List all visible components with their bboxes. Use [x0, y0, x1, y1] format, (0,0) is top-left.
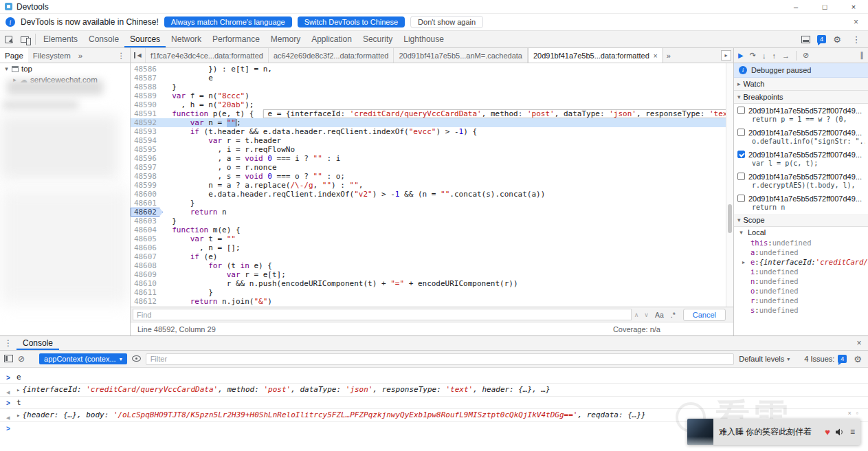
console-settings-gear-icon[interactable]: ⚙ — [852, 354, 864, 364]
breakpoint-entry[interactable]: 20d91bf41a7e5b5d572ff007d49...return p =… — [734, 104, 868, 126]
console-filter-input[interactable] — [146, 353, 735, 365]
editor-tab[interactable]: 20d91bf41a7e5b5...data:formatted× — [528, 48, 663, 63]
panel-tab-network[interactable]: Network — [166, 31, 207, 47]
step-out-icon[interactable]: ↑ — [772, 52, 776, 60]
breakpoint-checkbox[interactable] — [737, 129, 745, 136]
navigator-tabs-overflow[interactable]: » — [76, 48, 85, 63]
code-line-text[interactable]: for (t in e) { — [163, 261, 726, 270]
editor-scrollbar[interactable] — [726, 63, 733, 307]
panel-tab-lighthouse[interactable]: Lighthouse — [398, 31, 449, 47]
console-drawer-icon[interactable] — [798, 36, 814, 43]
navigator-tab-page[interactable]: Page — [0, 48, 28, 63]
console-result-row[interactable]: ◀▸{interfaceId: 'creditCard/queryVccCard… — [0, 384, 868, 397]
find-next-icon[interactable]: ∨ — [641, 311, 652, 318]
close-tab-icon[interactable]: × — [654, 52, 658, 60]
inspect-icon[interactable] — [0, 31, 16, 47]
code-line-text[interactable]: , a = void 0 === i ? "" : i — [163, 154, 726, 163]
player-expand-icon[interactable]: ▫ — [856, 410, 858, 417]
scrollbar-thumb[interactable] — [728, 204, 732, 233]
speaker-icon[interactable] — [836, 428, 845, 436]
editor-tabs-overflow[interactable]: » — [663, 48, 674, 63]
code-line-text[interactable]: var r = t.header — [163, 136, 726, 145]
close-button[interactable]: × — [839, 0, 868, 13]
scope-section-header[interactable]: ▾ Scope — [734, 214, 868, 227]
code-line-text[interactable]: r && n.push(encodeURIComponent(t) + "=" … — [163, 279, 726, 288]
player-close-icon[interactable]: × — [848, 410, 852, 417]
settings-gear-icon[interactable]: ⚙ — [829, 34, 845, 45]
more-options-icon[interactable]: ⋮ — [848, 34, 865, 45]
scope-variable[interactable]: r: undefined — [734, 296, 868, 305]
breakpoint-checkbox[interactable] — [737, 195, 745, 202]
panel-tab-elements[interactable]: Elements — [38, 31, 83, 47]
match-chrome-language-button[interactable]: Always match Chrome's language — [164, 16, 292, 28]
step-into-icon[interactable]: ↓ — [762, 52, 766, 60]
panel-tab-sources[interactable]: Sources — [124, 31, 166, 47]
tab-console[interactable]: Console — [16, 336, 59, 350]
code-line-text[interactable]: e — [163, 74, 726, 82]
code-line-text[interactable]: e.data.header.reqClient.indexOf("v2") > … — [163, 190, 726, 199]
code-line-text[interactable]: } — [163, 82, 726, 91]
breakpoint-entry[interactable]: 20d91bf41a7e5b5d572ff007d49...r.decryptA… — [734, 170, 868, 192]
maximize-button[interactable]: □ — [810, 0, 839, 13]
scope-variable[interactable]: i: undefined — [734, 267, 868, 276]
cancel-button[interactable]: Cancel — [683, 309, 726, 321]
panel-tab-security[interactable]: Security — [357, 31, 398, 47]
code-line-text[interactable]: function p(e, t) {e = {interfaceId: 'cre… — [163, 109, 726, 118]
panel-tab-application[interactable]: Application — [306, 31, 357, 47]
code-line-text[interactable]: var n = ""; — [163, 118, 726, 127]
navigator-more-icon[interactable]: ⋮ — [113, 48, 131, 63]
issues-counter[interactable]: 4 Issues: 4 — [804, 355, 847, 363]
match-case-button[interactable]: Aa — [652, 311, 667, 319]
console-input-row[interactable]: >e — [0, 371, 868, 384]
code-line-text[interactable]: var f = n("8ccc") — [163, 91, 726, 100]
breakpoint-checkbox[interactable] — [737, 151, 745, 158]
code-line-text[interactable]: , h = n("20ab"); — [163, 100, 726, 109]
toggle-navigator-icon[interactable]: ◀ — [131, 48, 146, 63]
find-input[interactable] — [133, 309, 632, 320]
navigator-tab-filesystem[interactable]: Filesystem — [28, 48, 76, 63]
breakpoint-entry[interactable]: 20d91bf41a7e5b5d572ff007d49...var l = p(… — [734, 148, 868, 170]
code-line-text[interactable]: function m(e) { — [163, 226, 726, 234]
code-line-text[interactable]: } — [163, 199, 726, 208]
breakpoint-entry[interactable]: 20d91bf41a7e5b5d572ff007d49...o.default.… — [734, 126, 868, 148]
tree-item[interactable]: ▾top — [0, 63, 130, 74]
js-context-selector[interactable]: appContext (contex... ▾ — [39, 353, 127, 364]
infobar-close-icon[interactable]: × — [849, 17, 863, 27]
editor-tab[interactable]: 20d91bf41a7e5b5...anM=.cachedata — [394, 48, 528, 63]
scope-variable[interactable]: s: undefined — [734, 305, 868, 315]
code-line-text[interactable]: var r = e[t]; — [163, 270, 726, 279]
clear-console-icon[interactable]: ⊘ — [18, 354, 25, 364]
code-line-text[interactable]: var t = "" — [163, 234, 726, 243]
minimize-button[interactable]: – — [781, 0, 810, 13]
watch-section-header[interactable]: ▸ Watch — [734, 78, 868, 91]
step-icon[interactable]: → — [782, 52, 790, 60]
device-toolbar-icon[interactable] — [16, 31, 33, 47]
deactivate-breakpoints-icon[interactable]: ⊘ — [803, 51, 809, 60]
code-line-text[interactable]: , i = r.reqFlowNo — [163, 145, 726, 154]
console-sidebar-icon[interactable] — [4, 355, 13, 364]
dont-show-again-button[interactable]: Don't show again — [410, 16, 483, 28]
panel-tab-performance[interactable]: Performance — [207, 31, 265, 47]
live-expression-icon[interactable] — [132, 355, 141, 363]
panel-tab-memory[interactable]: Memory — [265, 31, 306, 47]
breakpoint-marker[interactable]: 48602 — [131, 208, 163, 217]
like-heart-icon[interactable]: ♥ — [825, 427, 830, 437]
editor-tab[interactable]: f1fca7e4e3dc4ce...data:formatted — [146, 48, 269, 63]
code-line-text[interactable]: }) : e[t] = n, — [163, 65, 726, 74]
scope-local-group[interactable]: ▾ Local — [734, 227, 868, 238]
playlist-icon[interactable]: ≡ — [850, 427, 855, 437]
scope-variable[interactable]: ▸e: {interfaceId: 'creditCard/q — [734, 257, 868, 267]
switch-to-chinese-button[interactable]: Switch DevTools to Chinese — [298, 16, 405, 28]
breakpoints-section-header[interactable]: ▾ Breakpoints — [734, 91, 868, 104]
console-input-row[interactable]: >t — [0, 397, 868, 409]
scope-variable[interactable]: this: undefined — [734, 238, 868, 248]
code-area-lines[interactable]: 48586 }) : e[t] = n,48587 e48588 }48589 … — [131, 63, 726, 307]
panel-tab-console[interactable]: Console — [83, 31, 124, 47]
code-line-text[interactable]: return n.join("&") — [163, 297, 726, 306]
breakpoint-checkbox[interactable] — [737, 173, 745, 180]
scope-variable[interactable]: o: undefined — [734, 286, 868, 296]
code-line-text[interactable]: } — [163, 288, 726, 297]
breakpoint-entry[interactable]: 20d91bf41a7e5b5d572ff007d49...return n — [734, 192, 868, 214]
log-levels-dropdown[interactable]: Default levels ▾ — [739, 355, 790, 363]
code-line-text[interactable]: if (e) — [163, 252, 726, 261]
